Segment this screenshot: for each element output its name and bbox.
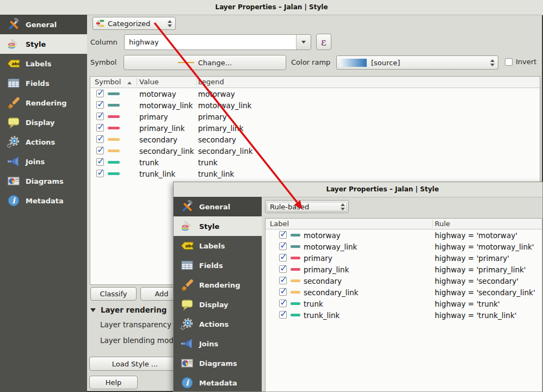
sidebar-item-display[interactable]: Display	[174, 295, 262, 314]
display-icon	[180, 298, 194, 311]
rendering-icon	[7, 96, 21, 109]
actions-icon	[7, 135, 21, 148]
symbol-swatch	[291, 234, 300, 237]
expression-builder-button[interactable]: ε	[316, 34, 331, 50]
renderer-type-value: Categorized	[108, 20, 150, 28]
rule-row[interactable]: secondary highway = 'secondary'	[266, 275, 542, 287]
symbol-swatch	[291, 302, 300, 305]
row-checkbox[interactable]	[279, 311, 287, 319]
row-checkbox[interactable]	[96, 170, 104, 177]
row-checkbox[interactable]	[96, 147, 104, 154]
sidebar-item-label: Metadata	[26, 197, 64, 205]
category-row[interactable]: primary_link primary_link	[90, 122, 540, 134]
category-row[interactable]: motorway motorway	[90, 88, 540, 99]
sidebar-item-style[interactable]: Style	[0, 34, 87, 54]
sidebar-item-joins[interactable]: Joins	[0, 152, 87, 171]
header-symbol[interactable]: Symbol	[95, 77, 132, 87]
color-ramp-preview	[340, 59, 367, 67]
row-checkbox[interactable]	[96, 158, 104, 166]
sidebar-item-rendering[interactable]: Rendering	[174, 275, 262, 295]
category-row[interactable]: secondary secondary	[90, 134, 540, 145]
general-icon	[180, 200, 194, 213]
label-cell: secondary	[304, 277, 342, 285]
change-symbol-label: Change...	[198, 59, 232, 67]
category-row[interactable]: trunk_link trunk_link	[90, 168, 540, 179]
row-checkbox[interactable]	[279, 277, 287, 284]
category-row[interactable]: motorway_link motorway_link	[90, 99, 540, 111]
line-symbol-preview	[178, 62, 194, 63]
sidebar-item-style[interactable]: Style	[174, 216, 262, 236]
label-cell: trunk	[304, 300, 323, 308]
sidebar-item-label: Rendering	[199, 281, 240, 289]
symbol-swatch	[291, 291, 300, 294]
sidebar-item-label: Rendering	[26, 99, 67, 107]
window-title: Layer Properties – Jalan | Style	[215, 3, 328, 11]
sidebar-item-metadata[interactable]: i Metadata	[0, 191, 87, 210]
categorized-renderer-icon	[96, 19, 104, 28]
header-value[interactable]: Value	[139, 77, 159, 87]
header-label[interactable]: Label	[270, 219, 289, 229]
column-combobox[interactable]: highway	[124, 34, 311, 50]
symbol-swatch	[108, 161, 120, 164]
layer-rendering-expander[interactable]: Layer rendering	[90, 305, 166, 315]
rule-row[interactable]: primary_link highway = 'primary_link'	[266, 264, 542, 275]
category-row[interactable]: secondary_link secondary_link	[90, 145, 540, 157]
rule-row[interactable]: trunk_link highway = 'trunk_link'	[266, 309, 542, 321]
rule-row[interactable]: trunk highway = 'trunk'	[266, 298, 542, 309]
sidebar-item-labels[interactable]: abc Labels	[0, 54, 87, 73]
load-style-button[interactable]: Load Style ...	[89, 357, 181, 371]
fields-icon	[180, 259, 194, 272]
renderer-type-dropdown[interactable]: Rule-based	[265, 200, 349, 213]
category-row[interactable]: trunk trunk	[90, 157, 540, 168]
row-checkbox[interactable]	[96, 124, 104, 132]
rule-row[interactable]: primary highway = 'primary'	[266, 252, 542, 264]
color-ramp-dropdown[interactable]: [source]	[336, 55, 498, 70]
sidebar-item-actions[interactable]: Actions	[174, 314, 262, 334]
general-icon	[7, 18, 21, 31]
sidebar-item-fields[interactable]: Fields	[174, 256, 262, 275]
sidebar-item-display[interactable]: Display	[0, 113, 87, 132]
sidebar-item-rendering[interactable]: Rendering	[0, 93, 87, 113]
rule-row[interactable]: motorway highway = 'motorway'	[266, 229, 542, 241]
sidebar-item-fields[interactable]: Fields	[0, 73, 87, 93]
row-checkbox[interactable]	[279, 231, 287, 239]
classify-button[interactable]: Classify	[90, 287, 137, 301]
invert-checkbox[interactable]	[505, 58, 513, 66]
category-row[interactable]: primary primary	[90, 111, 540, 122]
row-checkbox[interactable]	[279, 288, 287, 296]
sidebar-item-label: Metadata	[199, 379, 237, 387]
window-titlebar[interactable]: Layer Properties – Jalan | Style	[174, 182, 542, 197]
row-checkbox[interactable]	[96, 113, 104, 120]
sidebar-item-general[interactable]: General	[0, 15, 87, 34]
window-titlebar[interactable]: Layer Properties – Jalan | Style	[0, 0, 543, 15]
sidebar-item-general[interactable]: General	[174, 197, 262, 216]
rule-row[interactable]: motorway_link highway = 'motorway_link'	[266, 241, 542, 252]
sidebar-item-diagrams[interactable]: Diagrams	[174, 353, 262, 373]
value-cell: trunk	[139, 158, 159, 167]
labels-icon: abc	[7, 57, 21, 70]
row-checkbox[interactable]	[96, 90, 104, 97]
sidebar-item-labels[interactable]: abc Labels	[174, 236, 262, 256]
header-legend[interactable]: Legend	[198, 77, 224, 87]
row-checkbox[interactable]	[96, 101, 104, 109]
sidebar-item-joins[interactable]: Joins	[174, 334, 262, 353]
sidebar-item-actions[interactable]: Actions	[0, 132, 87, 152]
row-checkbox[interactable]	[96, 135, 104, 143]
row-checkbox[interactable]	[279, 265, 287, 273]
sidebar-item-metadata[interactable]: i Metadata	[174, 373, 262, 391]
renderer-type-dropdown[interactable]: Categorized	[92, 17, 176, 30]
legend-cell: motorway	[198, 90, 235, 98]
header-rule[interactable]: Rule	[435, 219, 450, 229]
row-checkbox[interactable]	[279, 242, 287, 250]
label-cell: motorway	[304, 231, 341, 240]
legend-cell: primary_link	[198, 124, 243, 133]
rule-row[interactable]: secondary_link highway = 'secondary_link…	[266, 287, 542, 298]
sidebar-item-diagrams[interactable]: Diagrams	[0, 171, 87, 191]
svg-text:abc: abc	[11, 61, 20, 66]
fields-icon	[7, 77, 21, 90]
help-button[interactable]: Help	[89, 376, 138, 389]
change-symbol-button[interactable]: Change...	[124, 55, 286, 70]
value-cell: primary	[139, 113, 168, 121]
row-checkbox[interactable]	[279, 300, 287, 307]
row-checkbox[interactable]	[279, 254, 287, 262]
